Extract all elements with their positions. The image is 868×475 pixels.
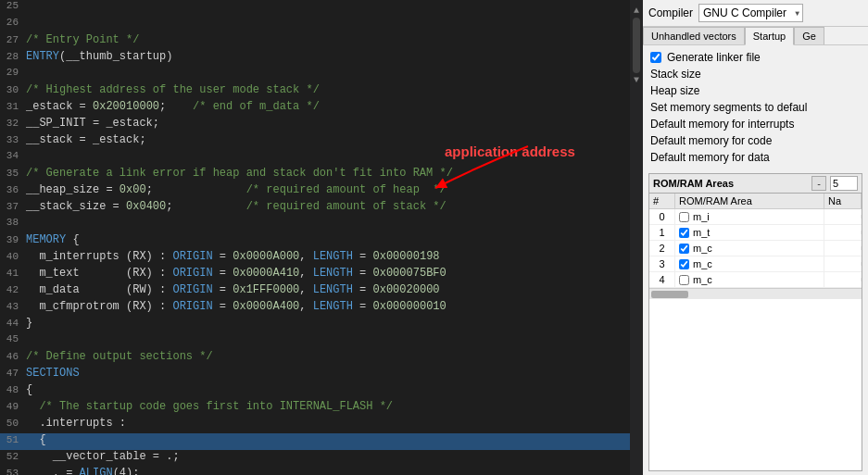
line-number: 29 [0, 67, 26, 78]
table-row: 2 m_c [649, 241, 862, 256]
row-index: 4 [649, 272, 675, 287]
h-scroll-thumb[interactable] [651, 291, 688, 298]
table-row: 0 m_i [649, 209, 862, 225]
row-checkbox[interactable] [679, 275, 689, 285]
rom-ram-rows: 0 m_i 1 m_t 2 m_c 3 m_c 4 m_c [649, 209, 862, 288]
row-extra [824, 262, 862, 266]
default-memory-data-option: Default memory for data [643, 149, 868, 166]
right-panel: Compiler GNU C Compiler Unhandled vector… [643, 0, 868, 475]
tab-startup[interactable]: Startup [745, 27, 794, 45]
line-content: SECTIONS [26, 367, 626, 380]
line-content: __stack_size = 0x0400; /* required amoun… [26, 200, 626, 213]
line-number: 33 [0, 134, 26, 145]
row-checkbox[interactable] [679, 228, 689, 238]
compiler-select[interactable]: GNU C Compiler [698, 4, 803, 22]
line-content: m_data (RW) : ORIGIN = 0x1FFF0000, LENGT… [26, 283, 626, 296]
code-line: 31_estack = 0x20010000; /* end of m_data… [0, 100, 630, 117]
code-lines: 252627/* Entry Point */28ENTRY(__thumb_s… [0, 0, 630, 475]
row-check-name[interactable]: m_t [675, 225, 824, 240]
code-line: 40 m_interrupts (RX) : ORIGIN = 0x0000A0… [0, 250, 630, 267]
code-line: 44} [0, 317, 630, 333]
line-content: __heap_size = 0x00; /* required amount o… [26, 183, 626, 196]
compiler-select-wrapper[interactable]: GNU C Compiler [698, 4, 803, 22]
line-number: 42 [0, 284, 26, 295]
code-line: 53 . = ALIGN(4); [0, 467, 630, 475]
line-number: 32 [0, 118, 26, 129]
table-row: 1 m_t [649, 225, 862, 241]
col-header-index: # [649, 194, 675, 208]
table-row: 4 m_c [649, 272, 862, 288]
generate-linker-checkbox[interactable] [650, 52, 661, 63]
code-line: 27/* Entry Point */ [0, 33, 630, 50]
rom-ram-area: ROM/RAM Areas - # ROM/RAM Area Na 0 m_i … [648, 173, 862, 471]
scrollbar-thumb[interactable] [633, 18, 640, 73]
code-line: 26 [0, 17, 630, 33]
code-line: 35/* Generate a link error if heap and s… [0, 167, 630, 183]
line-content: m_cfmprotrom (RX) : ORIGIN = 0x0000A400,… [26, 300, 626, 313]
stack-size-option: Stack size [643, 66, 868, 82]
rom-ram-minus-button[interactable]: - [811, 176, 826, 191]
tab-unhandled-vectors[interactable]: Unhandled vectors [643, 27, 745, 44]
generate-linker-option: Generate linker file [643, 49, 868, 66]
table-header: # ROM/RAM Area Na [649, 194, 862, 209]
code-line: 32__SP_INIT = _estack; [0, 117, 630, 133]
code-line: 36__heap_size = 0x00; /* required amount… [0, 183, 630, 200]
row-name: m_t [693, 227, 710, 238]
code-line: 41 m_text (RX) : ORIGIN = 0x0000A410, LE… [0, 267, 630, 283]
horizontal-scrollbar[interactable] [649, 288, 862, 299]
line-content: { [26, 433, 626, 446]
code-line: 45 [0, 333, 630, 350]
default-memory-interrupts-option: Default memory for interrupts [643, 116, 868, 132]
line-number: 34 [0, 150, 26, 161]
code-line: 33__stack = _estack; [0, 133, 630, 150]
scroll-down-btn[interactable]: ▼ [632, 73, 641, 87]
code-line: 48{ [0, 383, 630, 400]
line-number: 28 [0, 51, 26, 62]
code-line: 43 m_cfmprotrom (RX) : ORIGIN = 0x0000A4… [0, 300, 630, 317]
row-check-name[interactable]: m_i [675, 209, 824, 224]
line-number: 48 [0, 384, 26, 395]
code-line: 38 [0, 217, 630, 233]
vertical-scrollbar[interactable]: ▲ ▼ [630, 0, 643, 475]
line-number: 43 [0, 301, 26, 312]
line-content: /* Highest address of the user mode stac… [26, 83, 626, 96]
row-check-name[interactable]: m_c [675, 256, 824, 271]
row-check-name[interactable]: m_c [675, 241, 824, 256]
code-line: 30/* Highest address of the user mode st… [0, 83, 630, 100]
code-line: 39MEMORY { [0, 233, 630, 250]
line-number: 37 [0, 201, 26, 212]
line-content: /* Define output sections */ [26, 350, 626, 363]
line-content: ENTRY(__thumb_startup) [26, 50, 626, 63]
row-checkbox[interactable] [679, 244, 689, 254]
compiler-row: Compiler GNU C Compiler [643, 0, 868, 27]
row-extra [824, 246, 862, 250]
row-checkbox[interactable] [679, 259, 689, 269]
line-content: MEMORY { [26, 233, 626, 246]
row-name: m_i [693, 211, 710, 222]
code-line: 50 .interrupts : [0, 417, 630, 433]
tab-general[interactable]: Ge [794, 27, 824, 44]
line-number: 51 [0, 434, 26, 445]
default-memory-code-option: Default memory for code [643, 132, 868, 149]
code-line: 34 [0, 150, 630, 167]
rom-size-input[interactable] [830, 176, 858, 191]
line-content: m_text (RX) : ORIGIN = 0x0000A410, LENGT… [26, 267, 626, 280]
line-number: 46 [0, 351, 26, 362]
row-checkbox[interactable] [679, 212, 689, 222]
code-line: 28ENTRY(__thumb_startup) [0, 50, 630, 67]
line-number: 47 [0, 368, 26, 379]
line-number: 27 [0, 34, 26, 45]
line-number: 35 [0, 168, 26, 179]
row-index: 0 [649, 209, 675, 224]
code-line: 46/* Define output sections */ [0, 350, 630, 367]
line-number: 39 [0, 234, 26, 245]
row-check-name[interactable]: m_c [675, 272, 824, 287]
code-line: 25 [0, 0, 630, 17]
rom-ram-header: ROM/RAM Areas - [649, 174, 862, 194]
line-number: 25 [0, 0, 26, 11]
line-content: /* Generate a link error if heap and sta… [26, 167, 626, 180]
generate-linker-label: Generate linker file [667, 51, 761, 64]
scroll-up-btn[interactable]: ▲ [632, 4, 641, 18]
code-line: 47SECTIONS [0, 367, 630, 383]
line-content: . = ALIGN(4); [26, 467, 626, 475]
